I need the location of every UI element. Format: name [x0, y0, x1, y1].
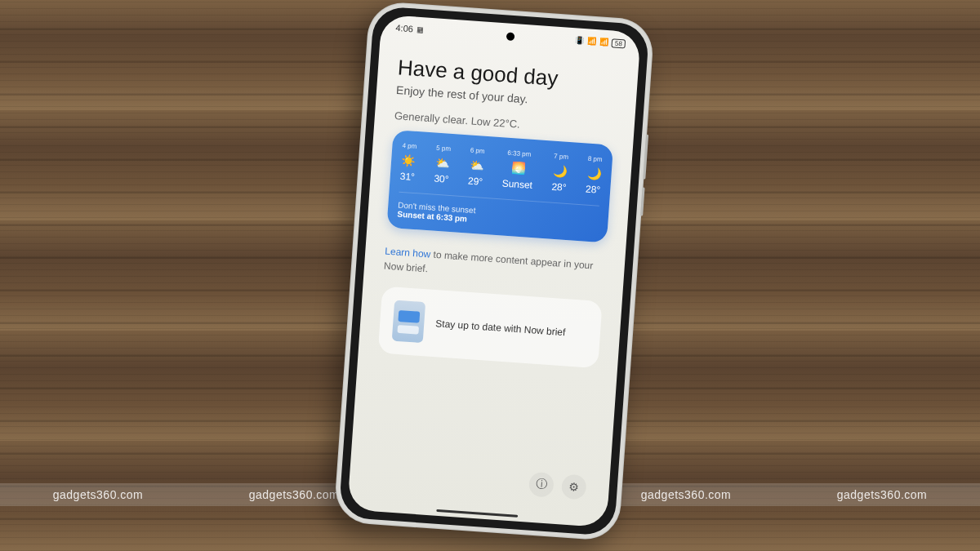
now-brief-thumbnail	[392, 300, 425, 344]
hour-item: 8 pm 🌙 28°	[586, 155, 604, 196]
partly-cloudy-icon: ⛅	[435, 156, 450, 170]
sun-icon: ☀️	[401, 153, 416, 167]
now-brief-card[interactable]: Stay up to date with Now brief	[378, 287, 603, 369]
watermark-text: gadgets360.com	[837, 488, 928, 501]
hour-item: 6 pm ⛅ 29°	[468, 147, 486, 188]
phone-bezel: 4:06 ▦ 📳 📶 📶 58 Have a good day Enjoy th…	[339, 6, 650, 536]
phone-device: 4:06 ▦ 📳 📶 📶 58 Have a good day Enjoy th…	[333, 1, 655, 542]
hour-time: 6:33 pm	[507, 149, 531, 158]
learn-text: Learn how to make more content appear in…	[383, 244, 605, 289]
moon-icon: 🌙	[586, 167, 601, 180]
hour-temp: 29°	[468, 176, 483, 188]
wifi-icon: 📶	[587, 37, 597, 46]
status-left: 4:06 ▦	[395, 23, 424, 34]
battery-level: 58	[612, 38, 626, 48]
watermark-text: gadgets360.com	[249, 488, 340, 501]
hourly-forecast: 4 pm ☀️ 31° 5 pm ⛅ 30° 6 pm ⛅ 29°	[399, 142, 603, 196]
bottom-actions: ⓘ ⚙	[528, 472, 587, 500]
hour-item: 6:33 pm 🌅 Sunset	[501, 149, 535, 191]
signal-icon: 📶	[599, 38, 609, 47]
watermark-text: gadgets360.com	[641, 488, 732, 501]
hour-temp: Sunset	[501, 177, 532, 191]
hour-time: 5 pm	[436, 144, 451, 153]
moon-icon: 🌙	[553, 164, 568, 178]
watermark-text: gadgets360.com	[53, 488, 144, 501]
screen-content: Have a good day Enjoy the rest of your d…	[368, 55, 619, 510]
home-indicator[interactable]	[436, 509, 518, 518]
hour-time: 6 pm	[470, 147, 485, 155]
hour-item: 7 pm 🌙 28°	[551, 153, 569, 193]
vibrate-icon: 📳	[575, 36, 585, 45]
hour-time: 8 pm	[588, 155, 603, 163]
now-brief-text: Stay up to date with Now brief	[435, 317, 588, 341]
weather-card[interactable]: 4 pm ☀️ 31° 5 pm ⛅ 30° 6 pm ⛅ 29°	[386, 130, 613, 243]
hour-item: 5 pm ⛅ 30°	[434, 144, 452, 185]
hour-temp: 31°	[399, 171, 415, 183]
sunset-note: Don't miss the sunset Sunset at 6:33 pm	[397, 192, 599, 233]
hour-time: 4 pm	[402, 142, 416, 150]
gear-icon: ⚙	[568, 480, 580, 494]
hour-temp: 28°	[586, 184, 601, 196]
info-icon: ⓘ	[535, 477, 547, 492]
hour-temp: 28°	[551, 181, 567, 193]
sunset-icon: 🌅	[511, 161, 526, 175]
hour-time: 7 pm	[554, 153, 568, 161]
status-right: 📳 📶 📶 58	[575, 36, 626, 48]
settings-button[interactable]: ⚙	[561, 473, 587, 500]
hour-temp: 30°	[434, 173, 449, 185]
info-button[interactable]: ⓘ	[528, 472, 555, 498]
calendar-icon: ▦	[416, 25, 425, 34]
hour-item: 4 pm ☀️ 31°	[399, 142, 417, 183]
phone-screen: 4:06 ▦ 📳 📶 📶 58 Have a good day Enjoy th…	[347, 15, 641, 528]
partly-cloudy-icon: ⛅	[469, 158, 483, 172]
learn-how-link[interactable]: Learn how	[385, 246, 431, 260]
status-time: 4:06	[395, 23, 413, 33]
status-bar: 4:06 ▦ 📳 📶 📶 58	[381, 15, 641, 57]
